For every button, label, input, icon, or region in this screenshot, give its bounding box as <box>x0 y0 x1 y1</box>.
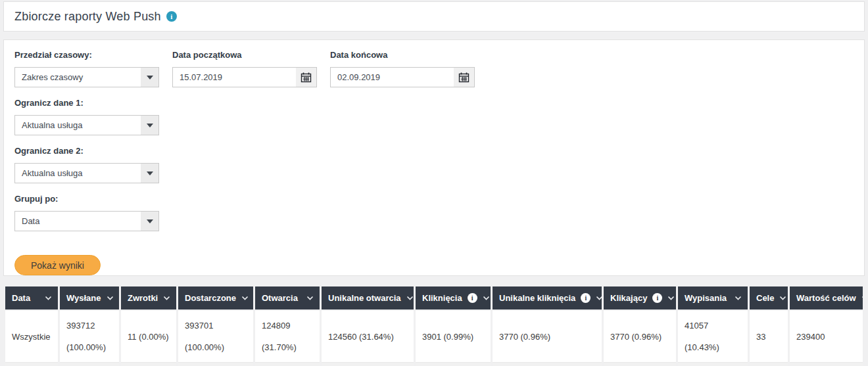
page-title: Zbiorcze raporty Web Push <box>14 10 161 24</box>
filter-row-dates: Przedział czasowy: Zakres czasowy Data p… <box>14 50 854 98</box>
column-header-dostarczone[interactable]: Dostarczone <box>178 286 253 309</box>
group-by-label: Grupuj po: <box>14 194 159 204</box>
table-cell-partial <box>678 362 748 366</box>
date-start-input[interactable]: 15.07.2019 <box>172 67 317 87</box>
limit2-select[interactable]: Aktualna usługa <box>14 163 159 183</box>
column-header-zwrotki[interactable]: Zwrotki <box>121 286 176 309</box>
column-label: Kliknięcia <box>422 293 462 303</box>
table-cell-partial <box>604 362 676 366</box>
calendar-icon[interactable] <box>296 68 316 87</box>
table-cell-partial <box>790 362 863 366</box>
date-end-label: Data końcowa <box>330 50 475 60</box>
table-cell: 239400 <box>790 311 863 362</box>
chevron-down-icon <box>141 116 158 135</box>
column-label: Wartość celów <box>796 293 856 303</box>
table-cell-partial <box>416 362 491 366</box>
info-icon[interactable]: i <box>581 293 591 303</box>
chevron-down-icon[interactable] <box>729 296 742 300</box>
chevron-down-icon[interactable] <box>236 296 249 300</box>
field-date-start: Data początkowa 15.07.2019 <box>172 50 317 87</box>
info-icon[interactable]: i <box>468 293 477 303</box>
column-label: Zwrotki <box>128 293 158 303</box>
title-bar: Zbiorcze raporty Web Push i <box>3 1 865 32</box>
date-start-label: Data początkowa <box>172 50 317 60</box>
limit1-select[interactable]: Aktualna usługa <box>14 115 159 135</box>
table-cell: 124560 (31.64%) <box>322 311 414 362</box>
column-header-wys-ane[interactable]: Wysłane <box>60 286 119 309</box>
chevron-down-icon[interactable] <box>856 296 863 300</box>
chevron-down-icon[interactable] <box>401 296 414 300</box>
column-label: Data <box>12 293 30 303</box>
chevron-down-icon[interactable] <box>774 296 786 300</box>
table-cell-partial <box>750 362 788 366</box>
field-time-range: Przedział czasowy: Zakres czasowy <box>14 50 159 87</box>
chevron-down-icon[interactable] <box>301 296 314 300</box>
column-label: Wypisania <box>685 293 727 303</box>
table-row: Wszystkie393712 (100.00%)11 (0.00%)39370… <box>5 311 863 362</box>
group-by-value: Data <box>15 212 141 231</box>
date-end-value: 02.09.2019 <box>331 68 454 87</box>
column-header-unikalne-otwarcia[interactable]: Unikalne otwarcia <box>322 286 414 309</box>
title-info-icon[interactable]: i <box>166 11 177 22</box>
column-label: Wysłane <box>66 293 101 303</box>
chevron-down-icon[interactable] <box>591 296 602 300</box>
info-icon[interactable]: i <box>652 293 662 303</box>
time-range-select[interactable]: Zakres czasowy <box>14 67 159 87</box>
table-cell-partial <box>322 362 414 366</box>
table-header-row: DataWysłaneZwrotkiDostarczoneOtwarciaUni… <box>5 286 863 309</box>
column-label: Klikający <box>610 293 647 303</box>
field-group-by: Grupuj po: Data <box>14 194 159 231</box>
table-cell-partial <box>178 362 253 366</box>
column-label: Unikalne otwarcia <box>328 293 401 303</box>
page-root: Zbiorcze raporty Web Push i Przedział cz… <box>0 0 868 366</box>
column-label: Otwarcia <box>262 293 298 303</box>
table-cell-partial <box>60 362 119 366</box>
table-cell-partial <box>5 362 58 366</box>
table-cell: 3770 (0.96%) <box>604 311 676 362</box>
table-row-partial <box>5 362 863 366</box>
table-cell-partial <box>493 362 602 366</box>
limit1-label: Ogranicz dane 1: <box>14 98 159 108</box>
column-label: Unikalne kliknięcia <box>499 293 575 303</box>
table-cell: 33 <box>750 311 788 362</box>
table-cell: 41057 (10.43%) <box>678 311 748 362</box>
date-end-input[interactable]: 02.09.2019 <box>330 67 475 87</box>
field-limit2: Ogranicz dane 2: Aktualna usługa <box>14 146 159 183</box>
chevron-down-icon <box>141 164 158 183</box>
chevron-down-icon[interactable] <box>477 296 490 300</box>
column-header-wypisania[interactable]: Wypisania <box>678 286 748 309</box>
table-cell: Wszystkie <box>5 311 58 362</box>
limit1-value: Aktualna usługa <box>15 116 141 135</box>
column-header-warto-cel-w[interactable]: Wartość celów <box>790 286 863 309</box>
filter-panel: Przedział czasowy: Zakres czasowy Data p… <box>3 39 865 276</box>
table-cell: 3770 (0.96%) <box>493 311 602 362</box>
column-header-klikaj-cy[interactable]: Klikającyi <box>604 286 676 309</box>
calendar-icon[interactable] <box>454 68 474 87</box>
date-start-value: 15.07.2019 <box>173 68 296 87</box>
column-header-otwarcia[interactable]: Otwarcia <box>255 286 320 309</box>
column-header-unikalne-klikni-cia[interactable]: Unikalne kliknięciai <box>493 286 602 309</box>
show-results-button[interactable]: Pokaż wyniki <box>14 255 101 275</box>
column-header-cele[interactable]: Cele <box>750 286 788 309</box>
chevron-down-icon <box>141 212 158 231</box>
chevron-down-icon[interactable] <box>101 296 114 300</box>
limit2-value: Aktualna usługa <box>15 164 141 183</box>
results-table: DataWysłaneZwrotkiDostarczoneOtwarciaUni… <box>5 286 863 366</box>
time-range-value: Zakres czasowy <box>15 68 141 87</box>
time-range-label: Przedział czasowy: <box>14 50 159 60</box>
table-cell: 393712 (100.00%) <box>60 311 119 362</box>
table-cell-partial <box>255 362 320 366</box>
table-cell: 393701 (100.00%) <box>178 311 253 362</box>
field-date-end: Data końcowa 02.09.2019 <box>330 50 475 87</box>
column-header-klikni-cia[interactable]: Kliknięciai <box>416 286 491 309</box>
chevron-down-icon[interactable] <box>39 296 52 300</box>
limit2-label: Ogranicz dane 2: <box>14 146 159 156</box>
chevron-down-icon <box>141 68 158 87</box>
chevron-down-icon[interactable] <box>662 296 675 300</box>
column-header-data[interactable]: Data <box>5 286 58 309</box>
table-cell-partial <box>121 362 176 366</box>
chevron-down-icon[interactable] <box>158 296 170 300</box>
table-cell: 124809 (31.70%) <box>255 311 320 362</box>
table-cell: 3901 (0.99%) <box>416 311 491 362</box>
group-by-select[interactable]: Data <box>14 211 159 231</box>
